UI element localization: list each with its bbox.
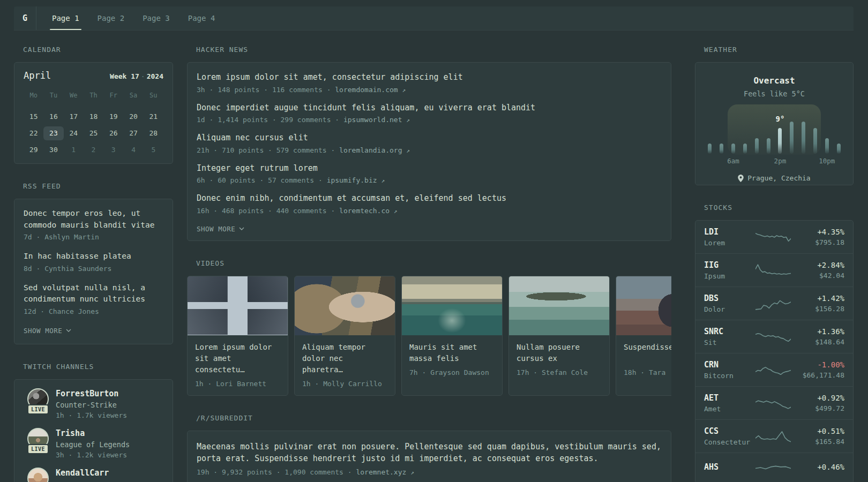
dashboard-page: G Page 1 Page 2 Page 3 Page 4 CALENDAR A… [0, 0, 868, 482]
stock-name: Amet [704, 405, 755, 413]
stock-change: +4.35% [791, 228, 844, 236]
twitch-channel-name[interactable]: KendallCarr [56, 468, 109, 478]
hn-item-domain-link[interactable]: loremtech.co ↗ [339, 207, 397, 215]
hn-item-meta: 16h · 468 points · 440 comments · loremt… [197, 207, 662, 215]
rss-section-title: RSS FEED [23, 182, 173, 190]
video-thumbnail [616, 276, 671, 335]
calendar-weekday: Fr [103, 88, 123, 102]
stock-row[interactable]: CCS Consectetur +0.51% $165.84 [695, 419, 853, 453]
hn-item-meta-text: 21h · 710 points · 579 comments · [197, 146, 339, 154]
stock-id: LDI Lorem [704, 227, 755, 247]
twitch-channel-row[interactable]: LIVE Trisha League of Legends 3h · 1.2k … [24, 428, 163, 459]
hn-item-title[interactable]: Donec enim nibh, condimentum et accumsan… [197, 193, 662, 205]
hn-item-meta: 21h · 710 points · 579 comments · loreml… [197, 146, 662, 154]
separator-dot: · [139, 72, 147, 80]
hn-item-domain-link[interactable]: loremlandia.org ↗ [339, 146, 410, 154]
twitch-channel-row[interactable]: KendallCarr [24, 468, 163, 482]
videos-section-title: VIDEOS [196, 259, 671, 267]
video-card[interactable]: Nullam posuere cursus ex 17h · Stefan Co… [508, 276, 610, 396]
hn-show-more-button[interactable]: SHOW MORE [197, 225, 244, 233]
stock-row[interactable]: AHS +0.46% [695, 453, 853, 482]
hn-item-domain-link[interactable]: ipsumify.biz ↗ [327, 176, 385, 184]
tab-page-4[interactable]: Page 4 [182, 6, 222, 30]
twitch-channel-name[interactable]: ForrestBurton [56, 389, 127, 398]
stock-row[interactable]: IIG Ipsum +2.84% $42.04 [695, 253, 853, 287]
stock-sparkline [755, 328, 791, 345]
stock-row[interactable]: SNRC Sit +1.36% $148.64 [695, 320, 853, 353]
weather-bar-slot [716, 112, 728, 154]
stock-row[interactable]: LDI Lorem +4.35% $795.18 [695, 221, 853, 253]
hn-item-domain: ipsumify.biz [327, 176, 377, 184]
calendar-day: 16 [43, 110, 63, 124]
video-meta: 18h · Tara [624, 368, 671, 376]
weather-bar [720, 144, 723, 154]
video-meta: 1h · Molly Carrillo [302, 380, 387, 388]
twitch-channel-info: ForrestBurton Counter-Strike 1h · 1.7k v… [53, 388, 127, 419]
stock-change: -1.00% [791, 360, 844, 369]
video-card[interactable]: Mauris sit amet massa felis 7h · Grayson… [401, 276, 503, 396]
calendar-day: 19 [103, 110, 123, 124]
stock-row[interactable]: AET Amet +0.92% $499.72 [695, 386, 853, 419]
rss-item-title[interactable]: In hac habitasse platea [24, 251, 163, 262]
tab-page-1[interactable]: Page 1 [46, 6, 86, 30]
subreddit-post-title[interactable]: Maecenas mollis pulvinar erat non posuer… [197, 441, 662, 465]
stock-id: IIG Ipsum [704, 260, 755, 280]
external-link-icon: ↗ [381, 177, 385, 184]
twitch-channel-name[interactable]: Trisha [56, 428, 130, 438]
video-card[interactable]: Aliquam tempor dolor nec pharetra… 1h · … [294, 276, 395, 396]
hn-item-title[interactable]: Lorem ipsum dolor sit amet, consectetur … [197, 72, 662, 84]
hacker-news-section-title: HACKER NEWS [196, 46, 671, 54]
chevron-down-icon [239, 227, 244, 230]
video-thumbnail [402, 276, 502, 335]
calendar-section-title: CALENDAR [23, 46, 173, 54]
calendar-day: 5 [144, 143, 163, 157]
twitch-section-title: TWITCH CHANNELS [23, 363, 173, 371]
video-meta: 7h · Grayson Dawson [409, 368, 495, 376]
calendar-day: 2 [84, 143, 103, 157]
video-body: Nullam posuere cursus ex 17h · Stefan Co… [509, 335, 609, 384]
calendar-year: 2024 [147, 72, 163, 80]
tab-page-3[interactable]: Page 3 [136, 6, 176, 30]
hn-item-domain-link[interactable]: loremdomain.com ↗ [335, 86, 406, 94]
hn-item-domain: loremdomain.com [335, 86, 398, 94]
weather-bar [802, 122, 805, 154]
rss-item-title[interactable]: Donec tempor eros leo, ut commodo mauris… [24, 208, 163, 231]
stock-ticker: IIG [704, 260, 755, 270]
show-more-label: SHOW MORE [197, 225, 235, 233]
twitch-channel-row[interactable]: LIVE ForrestBurton Counter-Strike 1h · 1… [24, 388, 163, 419]
rss-item-title[interactable]: Sed volutpat nulla nisl, a condimentum n… [24, 282, 163, 305]
calendar-day: 1 [64, 143, 84, 157]
tab-page-2[interactable]: Page 2 [91, 6, 131, 30]
hn-item-title[interactable]: Integer eget rutrum lorem [197, 163, 662, 175]
twitch-avatar-col: LIVE [24, 428, 53, 459]
stock-change: +2.84% [791, 261, 844, 269]
stock-id: CRN Bitcorn [704, 360, 755, 380]
twitch-channel-info: KendallCarr [53, 468, 109, 482]
rss-item: Sed volutpat nulla nisl, a condimentum n… [24, 282, 163, 315]
rss-show-more-button[interactable]: SHOW MORE [24, 327, 71, 335]
twitch-card: LIVE ForrestBurton Counter-Strike 1h · 1… [14, 379, 173, 482]
hn-item-title[interactable]: Aliquam nec cursus elit [197, 132, 662, 144]
video-card[interactable]: Suspendisse diam 18h · Tara [616, 276, 671, 396]
weather-bar-slot [751, 112, 762, 154]
calendar-day: 27 [123, 126, 143, 140]
live-badge: LIVE [27, 444, 49, 454]
subreddit-domain-link[interactable]: loremnet.xyz ↗ [356, 468, 414, 476]
stock-row[interactable]: CRN Bitcorn -1.00% $66,171.48 [695, 353, 853, 386]
weather-location-text: Prague, Czechia [747, 174, 810, 182]
stock-sparkline [755, 428, 791, 445]
videos-row: Lorem ipsum dolor sit amet consectetu… 1… [187, 276, 671, 396]
stock-ticker: SNRC [704, 327, 755, 336]
video-card[interactable]: Lorem ipsum dolor sit amet consectetu… 1… [187, 276, 288, 396]
twitch-avatar-col: LIVE [24, 388, 53, 419]
subreddit-domain: loremnet.xyz [356, 468, 406, 476]
rss-card: Donec tempor eros leo, ut commodo mauris… [14, 199, 173, 344]
calendar-weekday: Tu [43, 88, 63, 102]
stock-row[interactable]: DBS Dolor +1.42% $156.28 [695, 287, 853, 320]
weather-bar [825, 138, 829, 154]
hn-item-domain-link[interactable]: ipsumworld.net ↗ [343, 116, 410, 124]
stock-price: $42.04 [791, 272, 844, 280]
calendar-card: April Week 17·2024 MoTuWeThFrSaSu 151617… [14, 62, 173, 164]
stock-change: +0.46% [791, 463, 844, 471]
hn-item-title[interactable]: Donec imperdiet augue tincidunt felis al… [197, 102, 662, 114]
